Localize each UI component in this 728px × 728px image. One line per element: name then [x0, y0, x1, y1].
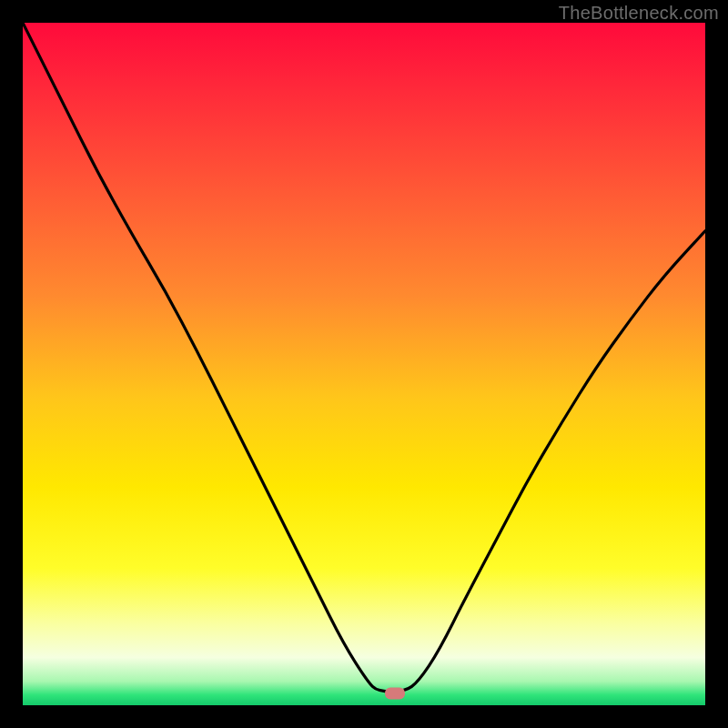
optimum-marker	[385, 687, 405, 699]
plot-area	[23, 23, 705, 705]
gradient-background	[23, 23, 705, 705]
chart-frame: TheBottleneck.com	[0, 0, 728, 728]
attribution-label: TheBottleneck.com	[559, 3, 719, 24]
chart-svg	[23, 23, 705, 705]
